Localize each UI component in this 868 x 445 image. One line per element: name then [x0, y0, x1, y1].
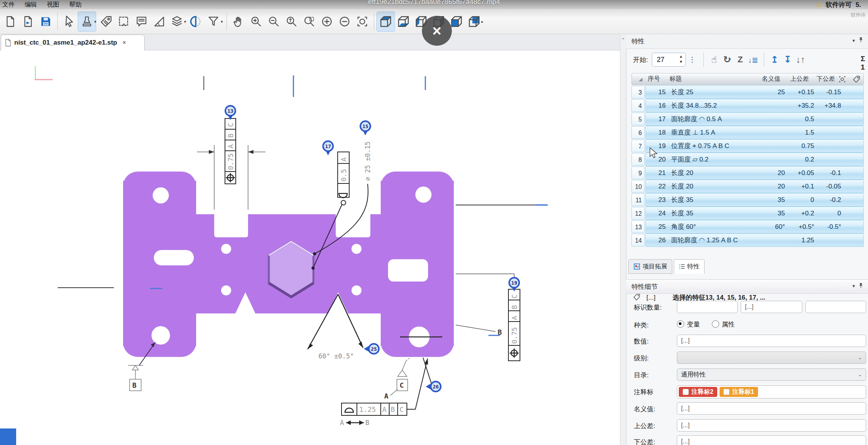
increase-button[interactable] [318, 12, 336, 31]
level-select[interactable]: ⌄ [677, 352, 866, 364]
row-index[interactable]: 14 [631, 234, 645, 247]
start-number-input[interactable]: 27 ▲▼ [652, 53, 686, 67]
section-view-button[interactable] [187, 12, 205, 31]
view-cube-bottom-button[interactable] [395, 12, 412, 31]
row-index[interactable]: 13 [631, 220, 645, 233]
col-upper[interactable]: 上公差 [780, 75, 809, 83]
col-lower[interactable]: 下公差 [809, 75, 835, 83]
col-seq[interactable]: 序号 [645, 75, 667, 83]
fcf-position-13[interactable]: C B A 0.75 [225, 118, 236, 184]
import-down-icon[interactable]: ↧ [781, 54, 794, 65]
layers-dropdown-arrow[interactable]: ▾ [184, 19, 187, 24]
pmi-table-row[interactable]: 10 22 长度 20 20 +0.1 -0.05 [631, 180, 864, 193]
row-index[interactable]: 3 [631, 86, 645, 98]
row-index[interactable]: 8 [631, 153, 645, 166]
annotation-tag-2[interactable]: 注释标2 [679, 387, 717, 397]
measure-tool-button[interactable] [150, 12, 168, 31]
zoom-extent-button[interactable] [283, 12, 300, 31]
row-index[interactable]: 10 [631, 180, 645, 193]
pick-tool-icon[interactable]: ☝ [708, 54, 721, 65]
row-index[interactable]: 7 [631, 140, 645, 152]
select-region-button[interactable] [115, 12, 133, 31]
checkbox-icon[interactable] [683, 389, 689, 395]
datum-c[interactable] [390, 358, 410, 395]
tag-tool-button[interactable] [97, 12, 115, 31]
id-count-input-1[interactable] [677, 301, 738, 313]
filter-dropdown-arrow[interactable]: ▾ [221, 19, 223, 24]
stepper-arrows[interactable]: ▲▼ [679, 54, 683, 65]
pin-icon[interactable] [858, 283, 863, 290]
refresh-numbering-icon[interactable]: ↻● [721, 54, 734, 65]
pmi-table-row[interactable]: 14 26 面轮廓度 ◠ 1.25 A B C 1.25 [631, 234, 864, 247]
stamp-tool-button[interactable] [78, 12, 96, 31]
video-close-button[interactable]: × [422, 16, 452, 46]
row-index[interactable]: 5 [631, 113, 645, 125]
pmi-table-row[interactable]: 11 23 长度 35 35 0 -0.2 [631, 193, 864, 206]
panel-menu-arrow[interactable]: ▾ [852, 38, 855, 43]
zoom-in-button[interactable] [247, 12, 265, 31]
menu-view[interactable]: 视图 [47, 1, 59, 9]
view-cube-dropdown-arrow[interactable]: ▸ [481, 19, 484, 24]
selection-ellipsis[interactable]: [...] [646, 294, 656, 301]
save-button[interactable] [37, 12, 55, 31]
row-index[interactable]: 11 [631, 193, 645, 206]
tab-close-icon[interactable]: × [122, 39, 126, 46]
decrease-button[interactable] [336, 12, 353, 31]
pmi-balloon-15[interactable]: 15 [360, 121, 370, 135]
pmi-balloon-13[interactable]: 13 [225, 106, 235, 120]
value-input[interactable] [677, 335, 866, 347]
sort-icon[interactable]: ↓↑ [794, 54, 807, 65]
pmi-table-header[interactable]: ◢ 序号 标题 名义值 上公差 下公差 [631, 73, 864, 85]
expand-all-icon[interactable]: ◢ [632, 77, 645, 82]
checkbox-icon[interactable] [723, 389, 730, 395]
annotation-tag-box[interactable]: 注释标2 注释标1 [677, 385, 866, 398]
tag-column-icon[interactable] [849, 75, 863, 83]
row-index[interactable]: 12 [631, 207, 645, 220]
pmi-table-row[interactable]: 5 17 面轮廓度 ◠ 0.5 A 0.5 [631, 113, 864, 125]
id-count-input-2[interactable] [741, 301, 802, 313]
pmi-table-row[interactable]: 4 16 长度 34.8...35.2 +35.2 +34.8 [631, 99, 864, 112]
row-index[interactable]: 4 [631, 99, 645, 112]
details-menu-arrow[interactable]: ▾ [852, 283, 855, 289]
pin-icon[interactable] [858, 37, 863, 44]
import-file-button[interactable] [19, 12, 37, 31]
comment-tool-button[interactable] [133, 12, 150, 31]
radio-attribute[interactable] [712, 320, 719, 328]
tab-project-expand[interactable]: 项目拓展 [628, 259, 672, 274]
zoom-window-button[interactable] [300, 12, 318, 31]
collapse-panel-icon[interactable]: ⌄ [620, 35, 626, 40]
view-cube-top-button[interactable] [377, 12, 395, 31]
row-index[interactable]: 6 [631, 126, 645, 139]
zoom-to-selection-icon[interactable] [835, 75, 849, 83]
export-up-icon[interactable]: ↥ [768, 54, 781, 65]
document-tab[interactable]: nist_ctc_01_asme1_ap242-e1.stp × [1, 35, 145, 50]
upper-tol-input[interactable] [677, 419, 866, 432]
menu-file[interactable]: 文件 [2, 1, 15, 9]
more-options-icon[interactable]: ⋮ [689, 55, 696, 64]
zoom-out-button[interactable] [265, 12, 283, 31]
z-order-icon[interactable]: Z [734, 55, 747, 65]
id-count-input-3[interactable] [805, 301, 866, 313]
menu-help[interactable]: 帮助 [69, 1, 82, 9]
open-file-button[interactable] [2, 12, 19, 31]
pmi-table-row[interactable]: 6 18 垂直度 ⊥ 1.5 A 1.5 [631, 126, 864, 139]
layers-button[interactable] [168, 12, 186, 31]
model-viewport[interactable]: C B A 0.75 A 0.5 ⌀ 25 ±0.15 60° ±0.5° [0, 50, 620, 445]
filter-button[interactable] [205, 12, 222, 31]
renumber-list-icon[interactable]: ↓≣ [747, 54, 760, 65]
annotation-tag-1[interactable]: 注释标1 [720, 387, 758, 397]
radio-variable[interactable] [677, 320, 684, 328]
pmi-balloon-17[interactable]: 17 [323, 141, 333, 155]
menu-edit[interactable]: 编辑 [25, 1, 37, 9]
pmi-balloon-25[interactable]: 25 [364, 344, 379, 354]
nominal-input[interactable] [677, 402, 866, 415]
select-tool-button[interactable] [60, 12, 78, 31]
tab-properties[interactable]: 特性 [674, 259, 705, 274]
pmi-table-row[interactable]: 7 19 位置度 ⌖ 0.75 A B C 0.75 [631, 140, 864, 152]
pmi-table-row[interactable]: 3 15 长度 25 25 +0.15 -0.15 [631, 86, 864, 98]
pan-tool-button[interactable] [230, 12, 247, 31]
pmi-table-row[interactable]: 13 25 角度 60° 60° +0.5° -0.5° [631, 220, 864, 233]
col-nominal[interactable]: 名义值 [756, 75, 780, 83]
pmi-table-row[interactable]: 9 21 长度 20 20 +0.05 -0.1 [631, 167, 864, 179]
view-cube-back-button[interactable] [465, 12, 483, 31]
